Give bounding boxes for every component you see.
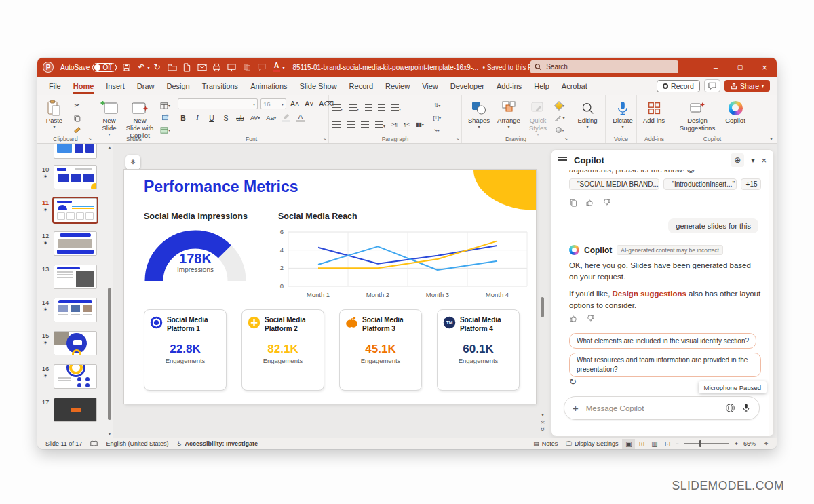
search-box[interactable] — [530, 60, 678, 73]
menu-icon[interactable] — [558, 157, 567, 163]
design-suggestions-button[interactable]: Design Suggestions — [676, 98, 719, 133]
columns-icon[interactable]: ▮▮▾ — [416, 121, 424, 128]
share-button[interactable]: Share▾ — [724, 80, 770, 92]
align-text-icon[interactable]: [↕]▾ — [431, 113, 444, 123]
reference-chip[interactable]: "IntroductionInsert..." — [663, 178, 736, 190]
increase-indent-icon[interactable] — [378, 101, 385, 113]
copilot-button[interactable]: Copilot — [722, 98, 749, 125]
font-name-select[interactable]: ▾ — [178, 98, 258, 109]
editing-button[interactable]: Editing▾ — [574, 98, 601, 130]
reading-view-icon[interactable]: ▥ — [648, 439, 661, 449]
quick-styles-button[interactable]: Quick Styles▾ — [525, 98, 551, 138]
notes-button[interactable]: ▤Notes — [529, 440, 562, 447]
copilot-canvas-button[interactable]: ✻ — [125, 155, 140, 170]
thumbnail-slide-10[interactable]: 10✶ — [37, 165, 108, 192]
grow-font-icon[interactable]: A˄ — [289, 99, 301, 109]
cut-icon[interactable]: ✂ — [71, 100, 83, 111]
copilot-input-box[interactable]: + — [564, 396, 760, 420]
copy-icon[interactable] — [71, 113, 83, 123]
font-size-select[interactable]: 16▾ — [260, 98, 286, 109]
thumbnail-slide-13[interactable]: 13 — [37, 265, 108, 292]
align-right-icon[interactable] — [361, 118, 369, 130]
platform-card-3[interactable]: Social Media Platform 345.1KEngagements — [339, 309, 422, 391]
tab-draw[interactable]: Draw — [131, 77, 161, 95]
character-spacing-icon[interactable]: AV▾ — [249, 113, 261, 123]
next-slide-button[interactable]: « — [537, 426, 548, 433]
paragraph-dialog-launcher-icon[interactable]: ↘ — [455, 136, 459, 142]
bullets-icon[interactable]: ▾ — [332, 101, 343, 113]
zoom-slider[interactable] — [684, 443, 729, 444]
align-center-icon[interactable] — [347, 118, 355, 130]
shape-outline-icon[interactable]: ▾ — [554, 113, 566, 123]
slide-editor[interactable]: Performance Metrics Social Media Impress… — [124, 170, 536, 404]
align-left-icon[interactable] — [332, 118, 341, 130]
thumbs-up-icon[interactable] — [585, 198, 594, 207]
scroll-up-icon[interactable]: ▲ — [106, 145, 113, 149]
quick-access-more-icon[interactable]: ▾ — [283, 65, 285, 70]
design-suggestions-link[interactable]: Design suggestions — [613, 290, 686, 298]
close-panel-icon[interactable]: × — [761, 155, 767, 166]
canvas-scrollbar-thumb[interactable] — [541, 297, 544, 317]
section-icon[interactable]: ▾ — [159, 125, 172, 135]
slide-sorter-view-icon[interactable]: ⊞ — [635, 439, 648, 449]
normal-view-icon[interactable]: ▣ — [622, 439, 635, 449]
zoom-out-button[interactable]: − — [674, 440, 680, 447]
language-indicator[interactable]: English (United States) — [102, 440, 172, 447]
platform-card-4[interactable]: TMSocial Media Platform 460.1KEngagement… — [437, 309, 520, 391]
comments-button[interactable] — [704, 79, 720, 92]
refresh-suggestions-icon[interactable]: ↻ — [569, 376, 577, 387]
print-icon[interactable] — [210, 60, 224, 74]
reset-slide-icon[interactable] — [159, 113, 172, 123]
format-painter-icon[interactable] — [71, 125, 83, 135]
thumbnail-slide-12[interactable]: 12✶ — [37, 231, 108, 258]
slide-title[interactable]: Performance Metrics — [144, 178, 298, 196]
tab-design[interactable]: Design — [160, 77, 195, 95]
close-button[interactable]: × — [752, 58, 777, 77]
minimize-button[interactable]: – — [703, 58, 728, 77]
paste-button[interactable]: Paste▾ — [41, 98, 68, 130]
shrink-font-icon[interactable]: A˅ — [303, 99, 315, 109]
line-spacing-icon[interactable]: ▾ — [391, 101, 401, 113]
slide-layout-icon[interactable]: ▾ — [159, 100, 172, 111]
tab-home[interactable]: Home — [67, 77, 100, 95]
canvas-scrollbar[interactable] — [539, 144, 545, 406]
new-chat-icon[interactable]: ⊕ — [731, 153, 744, 167]
suggested-prompt[interactable]: What elements are included in the visual… — [569, 333, 756, 349]
fit-to-window-icon[interactable]: ⌖ — [760, 439, 773, 449]
decrease-indent-icon[interactable] — [365, 101, 372, 113]
bold-icon[interactable]: B — [178, 113, 189, 123]
open-folder-icon[interactable] — [166, 60, 179, 74]
platform-card-1[interactable]: Social Media Platform 122.8KEngagements — [144, 309, 227, 391]
ltr-icon[interactable]: >¶ — [391, 121, 398, 128]
thumbs-down-icon[interactable] — [602, 198, 611, 207]
reach-line-chart[interactable]: 0246Month 1Month 2Month 3Month 4 — [272, 227, 531, 304]
suggested-prompt[interactable]: What resources and team information are … — [569, 353, 761, 377]
scroll-down-icon[interactable]: ▼ — [106, 432, 113, 436]
highlight-color-icon[interactable] — [281, 113, 292, 123]
strikethrough-icon[interactable]: ab — [235, 113, 246, 123]
display-settings-button[interactable]: 🖵Display Settings — [562, 440, 622, 448]
slideshow-view-icon[interactable]: ⊡ — [661, 439, 674, 449]
spellcheck-icon[interactable] — [86, 440, 102, 447]
tab-transitions[interactable]: Transitions — [196, 77, 244, 95]
impressions-heading[interactable]: Social Media Impressions — [144, 212, 248, 221]
shape-effects-icon[interactable]: ▾ — [554, 125, 566, 135]
impressions-gauge[interactable]: 178K Impressions — [143, 227, 248, 284]
underline-icon[interactable]: U — [206, 113, 217, 123]
thumbs-up-icon[interactable] — [569, 314, 578, 323]
shapes-button[interactable]: Shapes▾ — [465, 98, 492, 130]
thumbnail-scrollbar[interactable]: ▲ ▼ — [106, 144, 113, 438]
font-color-ribbon-icon[interactable]: A — [295, 113, 306, 123]
copilot-message-input[interactable] — [585, 404, 719, 413]
powerpoint-icon[interactable]: P — [43, 62, 54, 73]
tab-developer[interactable]: Developer — [444, 77, 490, 95]
tab-help[interactable]: Help — [528, 77, 556, 95]
shape-fill-icon[interactable]: ▾ — [554, 100, 566, 111]
drawing-dialog-launcher-icon[interactable]: ↘ — [564, 136, 568, 142]
scroll-down-small-icon[interactable]: ▾ — [537, 412, 548, 419]
tab-add-ins[interactable]: Add-ins — [490, 77, 528, 95]
justify-icon[interactable]: ▾ — [375, 118, 385, 130]
undo-icon[interactable]: ↶ — [135, 60, 149, 74]
copy-icon[interactable] — [569, 198, 577, 207]
thumbnail-slide-16[interactable]: 16✶ — [37, 364, 108, 391]
